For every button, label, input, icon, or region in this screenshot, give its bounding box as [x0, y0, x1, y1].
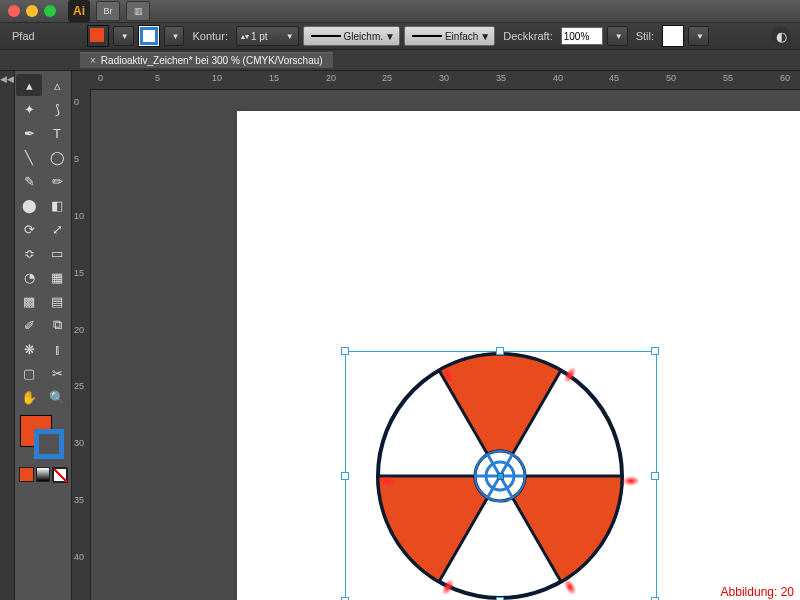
ruler-origin[interactable]: [72, 71, 91, 90]
bridge-button[interactable]: Br: [96, 1, 120, 21]
eyedropper-tool[interactable]: ✐: [16, 314, 42, 336]
ruler-vertical[interactable]: 0 5 10 15 20 25 30 35 40: [72, 89, 91, 600]
tools-panel: ▴▵ ✦⟆ ✒T ╲◯ ✎✏ ⬤◧ ⟳⤢ ≎▭ ◔▦ ▩▤ ✐⧉ ❋⫿ ▢✂ ✋…: [15, 71, 72, 600]
stroke-indicator[interactable]: [34, 429, 64, 459]
color-mode-row: [19, 467, 67, 482]
ellipse-tool[interactable]: ◯: [44, 146, 70, 168]
gradient-tool[interactable]: ▤: [44, 290, 70, 312]
selection-handle[interactable]: [496, 347, 504, 355]
ruler-horizontal[interactable]: 0 5 10 15 20 25 30 35 40 45 50 55 60: [90, 71, 800, 90]
canvas-area[interactable]: 0 5 10 15 20 25 30 35 40 45 50 55 60 0 5…: [72, 71, 800, 600]
document-tab-bar: × Radioaktiv_Zeichen* bei 300 % (CMYK/Vo…: [0, 50, 800, 71]
document-tab-title: Radioaktiv_Zeichen* bei 300 % (CMYK/Vors…: [101, 55, 323, 66]
edge-highlight: [622, 476, 640, 486]
mesh-tool[interactable]: ▩: [16, 290, 42, 312]
blend-tool[interactable]: ⧉: [44, 314, 70, 336]
center-anchor[interactable]: [497, 473, 504, 480]
shape-builder-tool[interactable]: ◔: [16, 266, 42, 288]
main-area: ◀◀ ▴▵ ✦⟆ ✒T ╲◯ ✎✏ ⬤◧ ⟳⤢ ≎▭ ◔▦ ▩▤ ✐⧉ ❋⫿ ▢…: [0, 71, 800, 600]
window-close-button[interactable]: [8, 5, 20, 17]
lasso-tool[interactable]: ⟆: [44, 98, 70, 120]
collapse-panel-button[interactable]: ◀◀: [0, 71, 15, 600]
opacity-label: Deckkraft:: [503, 30, 553, 42]
eraser-tool[interactable]: ◧: [44, 194, 70, 216]
close-tab-icon[interactable]: ×: [90, 55, 96, 66]
line-tool[interactable]: ╲: [16, 146, 42, 168]
profile-dropdown[interactable]: Einfach▼: [404, 26, 495, 46]
stroke-weight-input[interactable]: ▴▾1 pt▼: [236, 26, 299, 46]
control-bar: Pfad ▼ ▼ Kontur: ▴▾1 pt▼ Gleichm.▼ Einfa…: [0, 23, 800, 50]
selection-handle[interactable]: [651, 347, 659, 355]
color-mode-none[interactable]: [52, 467, 67, 482]
column-graph-tool[interactable]: ⫿: [44, 338, 70, 360]
brush-definition-dropdown[interactable]: Gleichm.▼: [303, 26, 400, 46]
arrange-documents-button[interactable]: ▥: [126, 1, 150, 21]
figure-caption: Abbildung: 20: [721, 585, 794, 599]
selection-handle[interactable]: [651, 472, 659, 480]
stroke-swatch[interactable]: [138, 25, 160, 47]
document-tab[interactable]: × Radioaktiv_Zeichen* bei 300 % (CMYK/Vo…: [80, 52, 333, 68]
selection-type-label: Pfad: [12, 30, 35, 42]
direct-selection-tool[interactable]: ▵: [44, 74, 70, 96]
graphic-style-swatch[interactable]: [662, 25, 684, 47]
artboard[interactable]: Abbildung: 20: [237, 111, 800, 600]
free-transform-tool[interactable]: ▭: [44, 242, 70, 264]
pencil-tool[interactable]: ✏: [44, 170, 70, 192]
stroke-label: Kontur:: [192, 30, 227, 42]
width-tool[interactable]: ≎: [16, 242, 42, 264]
fill-swatch[interactable]: [87, 25, 109, 47]
style-label: Stil:: [636, 30, 654, 42]
slice-tool[interactable]: ✂: [44, 362, 70, 384]
opacity-input[interactable]: [561, 27, 603, 45]
window-minimize-button[interactable]: [26, 5, 38, 17]
window-zoom-button[interactable]: [44, 5, 56, 17]
pen-tool[interactable]: ✒: [16, 122, 42, 144]
app-logo: Ai: [68, 0, 90, 22]
selection-tool[interactable]: ▴: [16, 74, 42, 96]
hand-tool[interactable]: ✋: [16, 386, 42, 408]
title-bar: Ai Br ▥: [0, 0, 800, 23]
panel-menu-button[interactable]: ◐: [771, 26, 791, 46]
symbol-sprayer-tool[interactable]: ❋: [16, 338, 42, 360]
selection-handle[interactable]: [341, 347, 349, 355]
zoom-tool[interactable]: 🔍: [44, 386, 70, 408]
color-mode-solid[interactable]: [19, 467, 34, 482]
color-mode-gradient[interactable]: [36, 467, 51, 482]
blob-brush-tool[interactable]: ⬤: [16, 194, 42, 216]
perspective-grid-tool[interactable]: ▦: [44, 266, 70, 288]
paintbrush-tool[interactable]: ✎: [16, 170, 42, 192]
magic-wand-tool[interactable]: ✦: [16, 98, 42, 120]
artboard-tool[interactable]: ▢: [16, 362, 42, 384]
selection-handle[interactable]: [341, 472, 349, 480]
graphic-style-dropdown[interactable]: ▼: [688, 26, 709, 46]
type-tool[interactable]: T: [44, 122, 70, 144]
stroke-dropdown[interactable]: ▼: [164, 26, 185, 46]
scale-tool[interactable]: ⤢: [44, 218, 70, 240]
rotate-tool[interactable]: ⟳: [16, 218, 42, 240]
edge-highlight: [378, 476, 396, 486]
fill-dropdown[interactable]: ▼: [113, 26, 134, 46]
fill-stroke-indicator[interactable]: [18, 413, 68, 463]
opacity-dropdown[interactable]: ▼: [607, 26, 628, 46]
